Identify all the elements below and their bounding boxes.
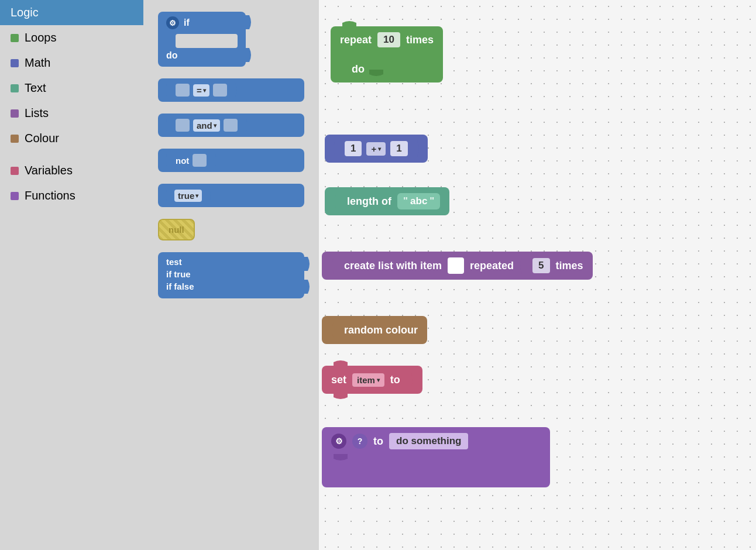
null-block-palette[interactable]: null bbox=[158, 219, 304, 240]
ternary-iftrue-label: if true bbox=[166, 269, 296, 279]
left-notch3-icon bbox=[165, 153, 172, 167]
var-name-dropdown[interactable]: item ▾ bbox=[352, 373, 384, 387]
sidebar-item-label: Logic bbox=[11, 6, 39, 19]
func-gear-icon: ⚙ bbox=[331, 434, 346, 449]
functions-color-dot bbox=[11, 192, 19, 200]
dropdown-arrow2-icon: ▾ bbox=[214, 122, 217, 129]
left-notch2-icon bbox=[165, 118, 172, 132]
repeat-label: repeat bbox=[340, 34, 372, 46]
if-label: if bbox=[184, 18, 190, 28]
sidebar-item-functions[interactable]: Functions bbox=[0, 183, 143, 208]
sidebar-item-logic[interactable]: Logic bbox=[0, 0, 143, 25]
sidebar-item-label: Text bbox=[25, 81, 46, 95]
gear-icon: ⚙ bbox=[166, 16, 179, 29]
text-color-dot bbox=[11, 84, 19, 92]
math-left-notch-icon bbox=[333, 140, 340, 157]
to-label: to bbox=[390, 374, 400, 386]
list-create-block-canvas[interactable]: create list with item repeated 5 times bbox=[322, 252, 593, 280]
colour-block-canvas[interactable]: random colour bbox=[322, 316, 427, 344]
equals-op-label: = bbox=[197, 85, 202, 95]
func-name-input[interactable]: do something bbox=[389, 433, 468, 449]
true-block-palette[interactable]: true ▾ bbox=[158, 184, 304, 207]
sidebar-item-colour[interactable]: Colour bbox=[0, 126, 143, 151]
right-notch-icon bbox=[231, 83, 238, 97]
sidebar-item-variables[interactable]: Variables bbox=[0, 158, 143, 183]
equals-dropdown[interactable]: = ▾ bbox=[193, 84, 209, 97]
canvas: repeat 10 times do 1 + ▾ bbox=[319, 0, 756, 550]
and-dropdown[interactable]: and ▾ bbox=[193, 119, 220, 132]
dropdown-arrow3-icon: ▾ bbox=[195, 192, 198, 199]
top-notch-icon bbox=[342, 19, 356, 28]
text-length-block-canvas[interactable]: length of " abc " bbox=[325, 187, 449, 215]
sidebar-item-label: Functions bbox=[25, 189, 75, 202]
math-dropdown-arrow-icon: ▾ bbox=[378, 146, 381, 152]
right-notch-icon bbox=[245, 15, 253, 29]
lists-color-dot bbox=[11, 109, 19, 118]
right-notch4-icon bbox=[204, 188, 211, 202]
sidebar-item-loops[interactable]: Loops bbox=[0, 25, 143, 50]
not-label: not bbox=[176, 156, 189, 166]
inner-notch-icon bbox=[369, 70, 383, 78]
right-notch2-icon bbox=[241, 118, 248, 132]
times-label: times bbox=[406, 34, 434, 46]
sidebar-item-math[interactable]: Math bbox=[0, 50, 143, 75]
close-quote-icon: " bbox=[429, 195, 434, 207]
math-color-dot bbox=[11, 59, 19, 67]
list-item-slot bbox=[448, 257, 464, 274]
do-label-canvas: do bbox=[352, 63, 365, 75]
text-quoted-block[interactable]: " abc " bbox=[397, 193, 440, 209]
open-quote-icon: " bbox=[403, 195, 408, 207]
not-block-palette[interactable]: not bbox=[158, 149, 304, 172]
sidebar-item-label: Math bbox=[25, 56, 50, 70]
sidebar-item-text[interactable]: Text bbox=[0, 75, 143, 101]
dropdown-arrow-icon: ▾ bbox=[203, 87, 206, 94]
var-dropdown-arrow-icon: ▾ bbox=[377, 377, 380, 383]
math-val1-input[interactable]: 1 bbox=[345, 141, 362, 156]
slot-left-and bbox=[176, 119, 190, 132]
list-mid-notch-icon bbox=[520, 257, 527, 274]
and-block-palette[interactable]: and ▾ bbox=[158, 114, 304, 137]
var-bottom-notch-icon bbox=[334, 393, 348, 401]
right-notch5-icon bbox=[303, 257, 310, 271]
slot-right-and bbox=[224, 119, 238, 132]
equals-block-palette[interactable]: = ▾ bbox=[158, 78, 304, 102]
func-inner-notch-icon bbox=[334, 454, 348, 462]
right-notch3-icon bbox=[210, 153, 217, 167]
text-left-notch-icon bbox=[334, 193, 341, 209]
sidebar-item-label: Loops bbox=[25, 31, 57, 44]
sidebar-divider bbox=[0, 151, 143, 158]
times-label2: times bbox=[556, 260, 583, 272]
list-value-input[interactable]: 5 bbox=[532, 258, 549, 273]
ternary-iffalse-label: if false bbox=[166, 281, 296, 291]
right-notch6-icon bbox=[303, 280, 310, 294]
variable-set-block-canvas[interactable]: set item ▾ to bbox=[322, 366, 422, 394]
null-label: null bbox=[158, 219, 195, 240]
colour-left-notch-icon bbox=[331, 322, 338, 338]
slot-left bbox=[176, 84, 190, 97]
sidebar-item-lists[interactable]: Lists bbox=[0, 101, 143, 126]
sidebar: Logic Loops Math Text Lists Colour Varia… bbox=[0, 0, 143, 550]
repeat-value-input[interactable]: 10 bbox=[377, 32, 400, 47]
ternary-test-label: test bbox=[166, 257, 296, 267]
math-val2-input[interactable]: 1 bbox=[390, 141, 407, 156]
repeat-block-canvas[interactable]: repeat 10 times do bbox=[331, 26, 443, 82]
colour-color-dot bbox=[11, 135, 19, 143]
left-notch4-icon bbox=[165, 188, 172, 202]
func-question-icon: ? bbox=[352, 434, 367, 449]
function-def-block-canvas[interactable]: ⚙ ? to do something bbox=[322, 427, 550, 487]
not-slot bbox=[193, 154, 207, 167]
if-block-palette[interactable]: ⚙ if do bbox=[158, 12, 246, 67]
block-palette: ⚙ if do = ▾ and ▾ not bbox=[143, 0, 319, 550]
do-label: do bbox=[166, 50, 178, 60]
list-left-notch-icon bbox=[331, 257, 338, 274]
loops-color-dot bbox=[11, 34, 19, 42]
create-list-label: create list with item bbox=[344, 260, 442, 272]
true-dropdown[interactable]: true ▾ bbox=[174, 190, 202, 202]
set-label: set bbox=[331, 374, 346, 386]
sidebar-item-label: Colour bbox=[25, 132, 59, 145]
ternary-block-palette[interactable]: test if true if false bbox=[158, 252, 304, 298]
math-block-canvas[interactable]: 1 + ▾ 1 bbox=[325, 135, 428, 163]
math-op-dropdown[interactable]: + ▾ bbox=[366, 142, 386, 156]
var-right-notch-icon bbox=[406, 372, 413, 388]
slot-right bbox=[213, 84, 227, 97]
